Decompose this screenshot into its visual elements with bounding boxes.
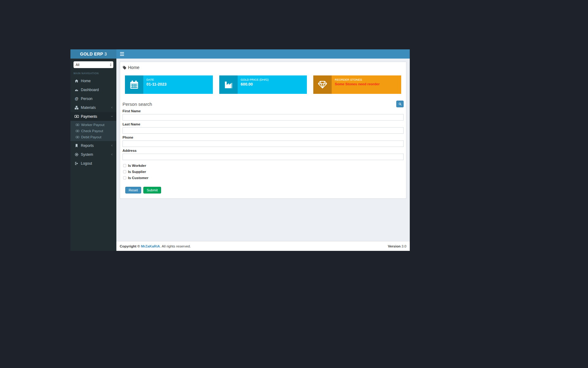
- sidebar-item-label: Payments: [81, 114, 97, 119]
- factory-icon: [219, 75, 238, 94]
- person-search-form: First Name Last Name Phone Address: [123, 109, 404, 194]
- author-link[interactable]: MrZaKaRiA: [141, 244, 160, 248]
- info-box-label: DATE: [146, 78, 167, 82]
- home-icon: [74, 79, 79, 83]
- sidebar-filter-select[interactable]: All: [74, 61, 113, 68]
- address-field[interactable]: [123, 154, 404, 160]
- cubes-icon: [74, 105, 79, 110]
- reset-button[interactable]: Reset: [125, 187, 141, 194]
- sidebar-item-label: Dashboard: [81, 88, 99, 92]
- chevron-down-icon: [111, 115, 113, 118]
- sidebar-item-label: Home: [81, 79, 91, 83]
- sidebar-toggle-button[interactable]: [116, 49, 128, 59]
- payments-submenu: Worker Payout Check Payout Debit Payout: [70, 121, 116, 141]
- sidebar-item-label: Debit Payout: [81, 135, 101, 139]
- is-worker-checkbox-row[interactable]: Is Workder: [123, 163, 404, 169]
- info-box-gold-price: GOLD PRICE (DH/G) 600.00: [219, 75, 307, 94]
- sidebar-item-payments[interactable]: Payments: [70, 112, 116, 121]
- is-customer-checkbox-row[interactable]: Is Customer: [123, 175, 404, 181]
- is-supplier-label: Is Supplier: [128, 170, 146, 174]
- money-icon: [75, 123, 80, 127]
- sidebar-item-label: System: [81, 152, 93, 157]
- info-box-value: 600.00: [241, 82, 269, 87]
- home-panel: Home DATE 01-11-2023 GOLD PRICE (DH/G): [120, 62, 406, 199]
- chevron-left-icon: [111, 106, 113, 109]
- is-supplier-checkbox[interactable]: [123, 170, 126, 173]
- is-customer-checkbox[interactable]: [123, 176, 126, 179]
- sidebar-item-logout[interactable]: Logout: [70, 159, 116, 168]
- copyright-suffix: . All rights reserved.: [160, 244, 191, 248]
- hamburger-icon: [120, 52, 124, 56]
- sidebar-item-label: Logout: [81, 161, 92, 166]
- reorder-warning-text: Some Stones need reorder: [335, 82, 379, 87]
- version-label: Version: [388, 244, 401, 248]
- info-box-row: DATE 01-11-2023 GOLD PRICE (DH/G) 600.00: [125, 75, 401, 94]
- money-icon: [74, 114, 79, 119]
- info-box-label: GOLD PRICE (DH/G): [241, 78, 269, 82]
- brand-name: GOLD ERP: [80, 52, 103, 56]
- is-worker-checkbox[interactable]: [123, 164, 126, 167]
- last-name-field[interactable]: [123, 127, 404, 134]
- diamond-icon: [313, 75, 332, 94]
- is-supplier-checkbox-row[interactable]: Is Supplier: [123, 169, 404, 175]
- info-box-reorder-stones: REORDER STONES Some Stones need reorder: [313, 75, 401, 94]
- sidebar-item-reports[interactable]: Reports: [70, 141, 116, 150]
- phone-label: Phone: [123, 136, 404, 140]
- version-value: 3.0: [401, 244, 406, 248]
- chevron-left-icon: [111, 144, 113, 147]
- sidebar-filter-value: All: [76, 63, 79, 67]
- address-label: Address: [123, 149, 404, 153]
- app-window: GOLD ERP 3 All MAIN NAVIGATION Home Dash…: [70, 49, 410, 251]
- sidebar-item-label: Person: [81, 97, 92, 101]
- content-wrapper: Home DATE 01-11-2023 GOLD PRICE (DH/G): [116, 59, 410, 251]
- calendar-icon: [125, 75, 143, 94]
- sidebar-item-check-payout[interactable]: Check Payout: [70, 128, 116, 134]
- at-icon: @: [74, 97, 79, 101]
- checkbox-group: Is Workder Is Supplier Is Customer: [123, 163, 404, 181]
- form-buttons: Reset Submit: [125, 187, 404, 194]
- info-box-date: DATE 01-11-2023: [125, 75, 213, 94]
- search-button[interactable]: [396, 101, 404, 107]
- page-title: Home: [123, 64, 404, 73]
- sidebar-item-person[interactable]: @ Person: [70, 94, 116, 103]
- phone-field[interactable]: [123, 140, 404, 147]
- section-title: Person search: [123, 102, 152, 107]
- info-box-value: 01-11-2023: [146, 82, 167, 87]
- first-name-label: First Name: [123, 109, 404, 113]
- brand-version: 3: [104, 52, 107, 56]
- bookmark-icon: [74, 144, 79, 148]
- sidebar-item-dashboard[interactable]: Dashboard: [70, 85, 116, 94]
- top-navbar: [116, 49, 410, 59]
- dashboard-icon: [74, 88, 79, 92]
- search-icon: [398, 102, 402, 106]
- sidebar-item-system[interactable]: System: [70, 150, 116, 159]
- brand-logo[interactable]: GOLD ERP 3: [70, 49, 116, 59]
- sidebar-menu: Home Dashboard @ Person Materials Paymen…: [70, 76, 116, 168]
- tag-icon: [123, 66, 126, 70]
- last-name-label: Last Name: [123, 122, 404, 126]
- content-area: Home DATE 01-11-2023 GOLD PRICE (DH/G): [116, 59, 410, 241]
- sidebar-item-home[interactable]: Home: [70, 76, 116, 85]
- first-name-field[interactable]: [123, 114, 404, 121]
- main-header: GOLD ERP 3: [70, 49, 410, 59]
- sidebar-section-label: MAIN NAVIGATION: [70, 68, 116, 76]
- sidebar-item-label: Reports: [81, 144, 94, 148]
- info-box-label: REORDER STONES: [335, 78, 379, 82]
- logout-icon: [74, 161, 79, 166]
- gear-icon: [74, 152, 79, 157]
- copyright: Copyright © MrZaKaRiA. All rights reserv…: [120, 244, 191, 248]
- sidebar: All MAIN NAVIGATION Home Dashboard @ Per…: [70, 59, 116, 251]
- version-info: Version3.0: [388, 244, 406, 248]
- submit-button[interactable]: Submit: [143, 187, 161, 194]
- sidebar-item-materials[interactable]: Materials: [70, 103, 116, 112]
- sidebar-item-worker-payout[interactable]: Worker Payout: [70, 122, 116, 128]
- main-footer: Copyright © MrZaKaRiA. All rights reserv…: [116, 241, 410, 251]
- select-spinner-icon: [110, 63, 112, 67]
- page-title-text: Home: [128, 65, 139, 70]
- chevron-left-icon: [111, 153, 113, 156]
- sidebar-item-debit-payout[interactable]: Debit Payout: [70, 134, 116, 140]
- is-customer-label: Is Customer: [128, 176, 148, 180]
- copyright-prefix: Copyright ©: [120, 244, 141, 248]
- money-icon: [75, 129, 80, 133]
- money-icon: [75, 135, 80, 139]
